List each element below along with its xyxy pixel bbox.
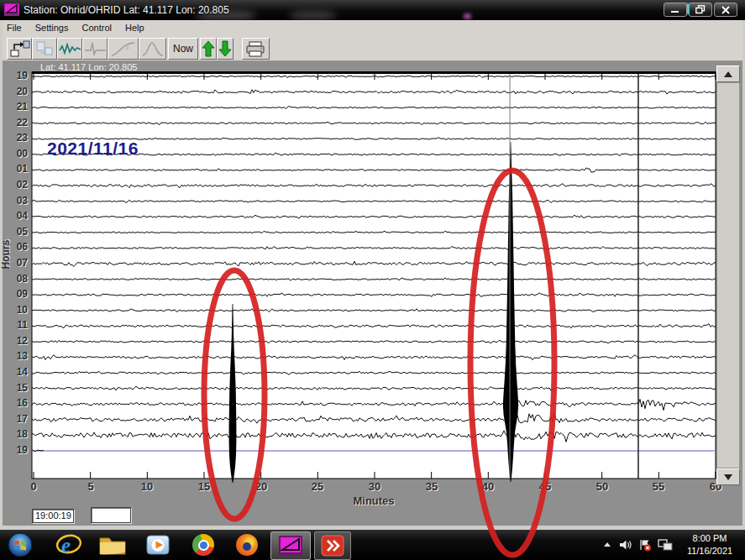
hour-label: 14 — [3, 367, 28, 378]
plot-background — [32, 72, 716, 479]
system-tray: 8:00 PM 11/16/2021 — [602, 530, 745, 560]
minute-label: 20 — [249, 480, 273, 493]
hidden-icons-arrow-icon — [602, 541, 612, 549]
chart-header: Lat: 41.117 Lon: 20.805 — [40, 62, 137, 72]
action-center-flag-icon — [638, 538, 652, 552]
hour-label: 07 — [3, 258, 28, 269]
hour-label: 04 — [3, 211, 28, 222]
minute-label: 40 — [476, 480, 500, 493]
minute-label: 5 — [79, 480, 102, 493]
hour-label: 15 — [3, 383, 28, 394]
firefox-icon — [236, 534, 258, 556]
start-button[interactable] — [5, 531, 35, 558]
hour-label: 09 — [3, 289, 28, 300]
minute-label: 45 — [533, 480, 557, 493]
chrome-icon — [192, 534, 214, 556]
vertical-scrollbar[interactable] — [716, 65, 740, 485]
minute-label: 35 — [420, 480, 443, 493]
remote-app-icon — [321, 535, 344, 557]
show-hidden-icons-button[interactable] — [602, 541, 612, 549]
hour-label: 13 — [3, 351, 28, 362]
hour-label: 18 — [3, 429, 28, 440]
minute-label: 55 — [647, 480, 670, 493]
chart-date-label: 2021/11/16 — [47, 139, 139, 159]
seismograph-app-button[interactable] — [270, 531, 311, 560]
internet-explorer-icon: e — [55, 532, 82, 557]
media-player-button[interactable] — [141, 531, 175, 558]
remote-app-button[interactable] — [314, 531, 351, 560]
network-icon — [658, 538, 674, 552]
minute-label: 25 — [306, 480, 329, 493]
network-button[interactable] — [658, 538, 674, 552]
hour-label: 06 — [3, 242, 28, 253]
hour-label: 21 — [3, 102, 28, 113]
hour-label: 17 — [3, 414, 28, 425]
minute-label: 50 — [590, 480, 614, 493]
clock-time: 8:00 PM — [679, 532, 740, 545]
hour-label: 19 — [3, 71, 28, 81]
folder-icon — [98, 533, 127, 557]
volume-button[interactable] — [618, 538, 632, 552]
hour-label: 10 — [3, 305, 28, 316]
hour-label: 03 — [3, 196, 28, 207]
seismograph-app-icon — [279, 536, 302, 556]
speaker-icon — [618, 538, 632, 552]
hour-label: 11 — [3, 320, 28, 331]
firefox-button[interactable] — [230, 531, 264, 558]
hour-label: 00 — [3, 149, 28, 160]
taskbar: e — [0, 530, 745, 560]
media-player-icon — [145, 532, 171, 557]
down-triangle-icon — [724, 474, 732, 480]
up-triangle-icon — [724, 71, 732, 77]
chrome-button[interactable] — [186, 531, 220, 558]
hour-label: 12 — [3, 336, 28, 347]
aux-field[interactable] — [91, 507, 131, 523]
hour-label: 20 — [3, 86, 28, 97]
helicorder-chart[interactable] — [0, 0, 745, 560]
hour-label: 23 — [3, 133, 28, 144]
scrollbar-thumb[interactable] — [716, 82, 740, 468]
scroll-down-button[interactable] — [716, 468, 740, 485]
minute-label: 0 — [22, 480, 45, 493]
hour-label: 02 — [3, 180, 28, 191]
windows-start-icon — [8, 532, 33, 557]
hour-label: 01 — [3, 164, 28, 175]
minute-label: 15 — [192, 480, 216, 493]
start-time-field[interactable]: 19:00:19 — [32, 509, 74, 523]
scroll-up-button[interactable] — [716, 65, 740, 82]
internet-explorer-button[interactable]: e — [52, 531, 86, 558]
hour-label: 16 — [3, 398, 28, 409]
clock-date: 11/16/2021 — [679, 545, 740, 557]
windows-explorer-button[interactable] — [96, 531, 129, 558]
minute-label: 10 — [135, 480, 159, 493]
taskbar-clock[interactable]: 8:00 PM 11/16/2021 — [679, 532, 740, 557]
x-axis-title: Minutes — [344, 495, 403, 507]
hour-label: 22 — [3, 118, 28, 128]
hour-label: 19 — [3, 445, 28, 456]
minute-label: 30 — [363, 480, 386, 493]
hour-label: 05 — [3, 227, 28, 238]
action-center-button[interactable] — [638, 538, 652, 552]
hour-label: 08 — [3, 274, 28, 285]
svg-text:e: e — [61, 534, 71, 557]
desktop: Station: Ohrid/OHRID Lat: 41.117 Lon: 20… — [0, 0, 745, 560]
